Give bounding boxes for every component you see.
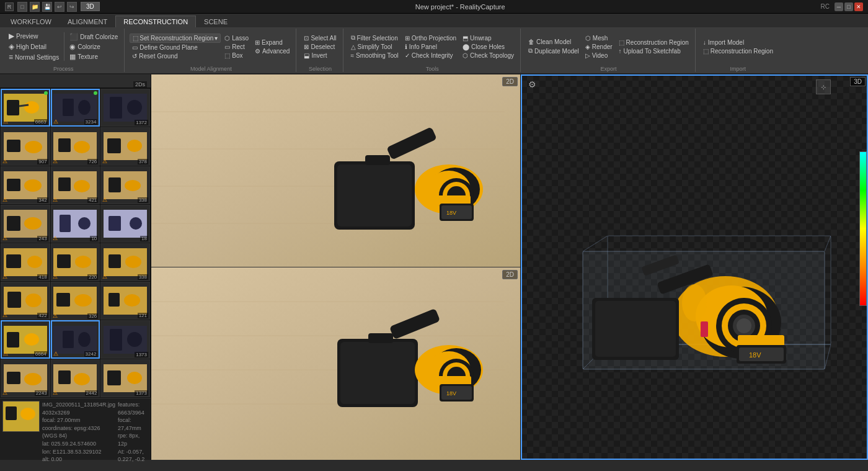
- close-btn[interactable]: ✕: [854, 2, 863, 11]
- list-item[interactable]: ⚠ 2442: [51, 359, 100, 397]
- btn-upload-sketchfab[interactable]: ↑ Upload To Sketchfab: [616, 47, 691, 55]
- btn-invert[interactable]: ⬓ Invert: [301, 52, 339, 60]
- list-item[interactable]: ⚠ 418: [1, 243, 50, 281]
- svg-point-57: [24, 333, 39, 346]
- list-item[interactable]: ⚠ 907: [1, 127, 50, 165]
- btn-video[interactable]: ▷ Video: [583, 52, 615, 60]
- viewport-3d-badge[interactable]: 3D: [850, 77, 866, 86]
- toolbar-save[interactable]: 💾: [42, 2, 52, 12]
- nav-cube[interactable]: ⊹: [816, 79, 831, 94]
- btn-import-model[interactable]: ↓ Import Model: [701, 38, 776, 47]
- thumb-warn-icon: ⚠: [2, 390, 7, 396]
- minimize-btn[interactable]: ─: [835, 2, 843, 11]
- btn-colorize[interactable]: ◉ Colorize: [67, 42, 120, 52]
- list-item[interactable]: ⚠ 220: [51, 243, 100, 281]
- btn-recon-region-export[interactable]: ⬚ Reconstruction Region: [616, 38, 691, 47]
- list-item[interactable]: ⚠ 6664: [1, 320, 50, 358]
- btn-expand[interactable]: ⊞ Expand: [252, 38, 292, 47]
- thumb-svg: [53, 248, 97, 276]
- process-col1: ▶ Preview ◈ High Detail ≡ Normal Setting…: [6, 31, 61, 62]
- btn-deselect[interactable]: ⊠ Deselect: [301, 43, 339, 51]
- list-item[interactable]: ⚠ 338: [100, 243, 150, 281]
- view-3d-btn[interactable]: 3D: [81, 2, 100, 11]
- btn-preview[interactable]: ▶ Preview: [6, 31, 61, 41]
- svg-rect-8: [110, 97, 122, 119]
- list-item[interactable]: ⚠ 3234: [51, 89, 100, 127]
- alt-label: alt: 0.00: [42, 455, 115, 464]
- list-item[interactable]: ⚠ 326: [51, 282, 100, 320]
- btn-advanced[interactable]: ⚙ Advanced: [252, 47, 292, 55]
- btn-draft-colorize[interactable]: ⬛ Draft Colorize: [67, 32, 120, 42]
- list-item[interactable]: ⚠ 6663: [1, 89, 50, 127]
- btn-close-holes[interactable]: ⬤ Close Holes: [460, 43, 516, 51]
- toolbar-redo[interactable]: ↪: [67, 2, 77, 12]
- btn-select-all[interactable]: ⊡ Select All: [301, 34, 339, 42]
- btn-render[interactable]: ◈ Render: [583, 43, 615, 51]
- list-item[interactable]: ⚠ 378: [100, 127, 150, 165]
- svg-rect-59: [63, 331, 74, 348]
- btn-rect[interactable]: ▭ Rect: [222, 43, 251, 51]
- viewport-3d[interactable]: 18V ⊹ ⚙ 3D: [521, 74, 868, 460]
- list-item[interactable]: 1373: [100, 320, 150, 358]
- list-item[interactable]: 1373: [100, 359, 150, 397]
- thumb-warn-icon: ⚠: [102, 197, 107, 203]
- list-item[interactable]: ⚠ 342: [1, 166, 50, 204]
- list-item[interactable]: ⚠ 421: [51, 166, 100, 204]
- btn-mesh[interactable]: ⬡ Mesh: [583, 34, 615, 42]
- viewport-top-badge[interactable]: 2D: [502, 77, 518, 86]
- unwrap-icon: ⬒: [463, 35, 468, 42]
- btn-define-ground[interactable]: ▭ Define Ground Plane: [130, 43, 221, 52]
- group-selection-content: ⊡ Select All ⊠ Deselect ⬓ Invert: [301, 29, 339, 65]
- maximize-btn[interactable]: □: [844, 2, 853, 11]
- btn-unwrap[interactable]: ⬒ Unwrap: [460, 34, 516, 42]
- list-item[interactable]: ⚠ 338: [100, 166, 150, 204]
- thumb-badge: 243: [37, 236, 48, 241]
- btn-simplify-tool[interactable]: △ Simplify Tool: [348, 43, 401, 51]
- viewport-3d-settings-icon[interactable]: ⚙: [528, 79, 536, 89]
- list-item[interactable]: ⚠ 726: [51, 127, 100, 165]
- btn-check-integrity[interactable]: ✓ Check Integrity: [402, 52, 459, 60]
- import-model-label: Import Model: [708, 39, 744, 46]
- btn-check-topology[interactable]: ⬡ Check Topology: [460, 52, 516, 60]
- btn-high-detail[interactable]: ◈ High Detail: [6, 42, 61, 52]
- tab-alignment[interactable]: ALIGNMENT: [60, 16, 115, 27]
- viewport-top-bg: 18V: [151, 74, 520, 267]
- list-item[interactable]: ⚠ 2243: [1, 359, 50, 397]
- btn-texture[interactable]: ▦ Texture: [67, 52, 120, 61]
- list-item[interactable]: ⚠ 243: [1, 205, 50, 243]
- btn-info-panel[interactable]: ℹ Info Panel: [402, 43, 459, 51]
- btn-filter-selection[interactable]: ⧉ Filter Selection: [348, 34, 401, 42]
- thumb-svg: [104, 171, 147, 199]
- tab-workflow[interactable]: WORKFLOW: [2, 16, 60, 27]
- viewport-2d-top[interactable]: 18V 2D: [151, 74, 520, 267]
- list-item[interactable]: 121: [100, 282, 150, 320]
- thumb-badge: 10: [90, 236, 98, 241]
- toolbar-open[interactable]: 📁: [30, 2, 40, 12]
- list-item[interactable]: ⚠ 3242: [51, 320, 100, 358]
- svg-rect-41: [57, 254, 71, 268]
- btn-clean-model[interactable]: 🗑 Clean Model: [526, 38, 582, 46]
- list-item[interactable]: 1372: [100, 89, 150, 127]
- tab-reconstruction[interactable]: RECONSTRUCTION: [115, 16, 196, 27]
- btn-set-recon-region[interactable]: ⬚ Set Reconstruction Region ▾: [130, 34, 221, 43]
- btn-smoothing-tool[interactable]: ≈ Smoothing Tool: [348, 52, 401, 60]
- toolbar-new[interactable]: □: [17, 2, 27, 12]
- btn-recon-region-import[interactable]: ⬚ Reconstruction Region: [701, 47, 776, 55]
- toolbar-undo[interactable]: ↩: [55, 2, 64, 12]
- btn-ortho-projection[interactable]: ⊞ Ortho Projection: [402, 34, 459, 42]
- btn-box[interactable]: ⬚ Box: [222, 52, 251, 60]
- dropdown-arrow: ▾: [215, 35, 218, 42]
- list-item[interactable]: ⚠ 10: [51, 205, 100, 243]
- high-detail-icon: ◈: [9, 42, 14, 51]
- btn-duplicate-model[interactable]: ⧉ Duplicate Model: [526, 47, 582, 55]
- btn-reset-ground[interactable]: ↺ Reset Ground: [130, 52, 221, 60]
- list-item[interactable]: ⚠ 422: [1, 282, 50, 320]
- btn-normal-settings[interactable]: ≡ Normal Settings: [6, 52, 61, 62]
- btn-lasso[interactable]: ⬡ Lasso: [222, 34, 251, 42]
- thumb-warn-icon: ⚠: [53, 158, 58, 164]
- viewport-2d-bottom[interactable]: 18V 2D: [151, 267, 520, 460]
- list-item[interactable]: 18: [100, 205, 150, 243]
- viewport-bottom-badge[interactable]: 2D: [502, 270, 518, 279]
- thumb-svg: [4, 94, 47, 122]
- tab-scene[interactable]: SCENE: [196, 16, 236, 27]
